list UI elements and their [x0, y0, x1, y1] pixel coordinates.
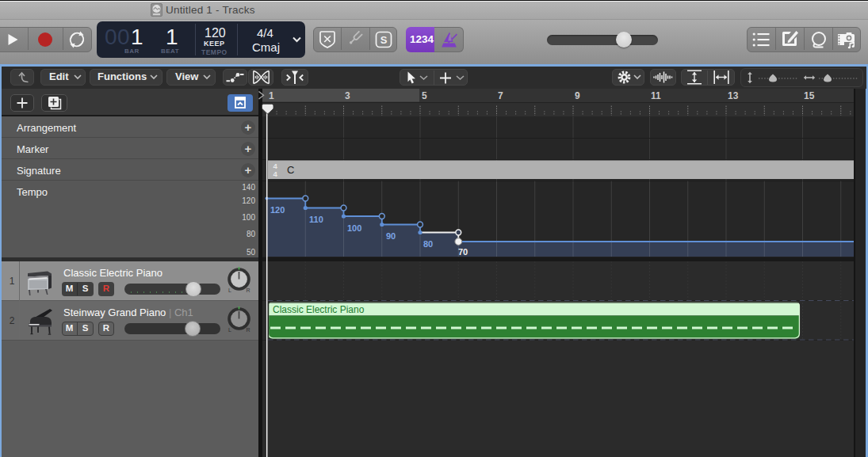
svg-text:80: 80: [423, 239, 433, 249]
svg-text:9: 9: [575, 90, 580, 101]
svg-text:S: S: [380, 34, 388, 46]
svg-text:R: R: [247, 288, 250, 293]
svg-text:7: 7: [498, 90, 503, 101]
svg-text:15: 15: [804, 90, 815, 101]
svg-text:C: C: [287, 164, 294, 176]
svg-text:L: L: [228, 288, 231, 293]
svg-text:5: 5: [422, 90, 427, 101]
svg-text:L: L: [228, 327, 231, 333]
svg-text:90: 90: [386, 231, 396, 241]
svg-text:11: 11: [651, 90, 661, 101]
svg-text:3: 3: [345, 90, 350, 101]
svg-text:70: 70: [458, 247, 468, 257]
svg-text:110: 110: [309, 215, 323, 224]
svg-text:Classic Electric Piano: Classic Electric Piano: [273, 304, 365, 315]
svg-text:13: 13: [728, 90, 739, 101]
svg-text:4: 4: [273, 169, 278, 178]
svg-text:120: 120: [270, 205, 285, 215]
svg-text:100: 100: [347, 223, 361, 233]
svg-text:R: R: [247, 327, 250, 333]
svg-text:1: 1: [269, 90, 274, 101]
